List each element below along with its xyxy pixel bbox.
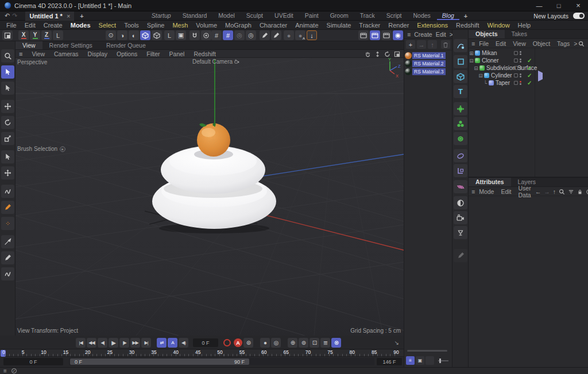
viewport-menu-item[interactable]: Cameras bbox=[49, 50, 83, 57]
enabled-check-icon[interactable]: ✓ bbox=[527, 65, 532, 71]
viewport-canvas[interactable]: Y Z X Perspective Default Camera Brush S… bbox=[16, 58, 404, 336]
tweak-tool[interactable] bbox=[1, 81, 14, 95]
hud-tool-expand-icon[interactable]: ▸ bbox=[60, 146, 65, 152]
layout-panel-button[interactable] bbox=[2, 30, 13, 40]
enabled-check-icon[interactable]: ✓ bbox=[527, 57, 532, 64]
range-total-field[interactable]: 146 F bbox=[377, 358, 402, 365]
rotate-tool[interactable] bbox=[1, 116, 14, 129]
viewport-menu-item[interactable]: Display bbox=[83, 50, 112, 57]
workplane-button[interactable]: ▣ bbox=[176, 30, 186, 40]
axis-lock-button[interactable]: Y bbox=[30, 30, 40, 40]
attr-target-icon[interactable] bbox=[586, 188, 588, 195]
layer-box-icon[interactable] bbox=[514, 59, 518, 63]
menu-item[interactable]: Select bbox=[95, 21, 121, 30]
menu-item[interactable]: Volume bbox=[192, 21, 221, 30]
brush-tool-button[interactable] bbox=[260, 30, 270, 40]
record-keyframe-button[interactable] bbox=[223, 339, 231, 346]
layout-tab[interactable]: Sculpt bbox=[241, 11, 268, 20]
record-channel-toggle[interactable]: ⊗ bbox=[331, 338, 341, 348]
line-pen-tool[interactable] bbox=[1, 251, 14, 264]
render-view-button[interactable] bbox=[358, 30, 369, 40]
object-menu-object[interactable]: Object bbox=[530, 40, 553, 47]
menu-item[interactable]: Edit bbox=[21, 21, 40, 30]
menu-item[interactable]: Create bbox=[40, 21, 67, 30]
transport-button[interactable]: ▶▶ bbox=[130, 338, 140, 348]
spline-smooth-tool[interactable] bbox=[1, 267, 14, 280]
object-menu-file[interactable]: File bbox=[476, 40, 492, 47]
spline-pen-icon[interactable] bbox=[454, 39, 467, 52]
object-tree-row[interactable]: ⊞ Mikan bbox=[469, 49, 588, 57]
model-mode-button[interactable] bbox=[140, 30, 150, 40]
asset-a-button[interactable]: ●A bbox=[295, 30, 305, 40]
material-size-slider[interactable] bbox=[438, 360, 448, 361]
menu-item[interactable]: Window bbox=[483, 21, 513, 30]
quantize-button[interactable]: # bbox=[211, 30, 222, 40]
viewport-menu-icon[interactable]: ≡ bbox=[19, 50, 22, 57]
transport-button[interactable]: ▶ bbox=[109, 338, 118, 348]
loop-playback-button[interactable]: ⇄ bbox=[157, 338, 167, 348]
tab-takes[interactable]: Takes bbox=[505, 30, 534, 38]
enabled-check-icon[interactable]: ✓ bbox=[527, 72, 532, 79]
timeline-resize-icon[interactable]: ↘ bbox=[394, 340, 399, 346]
layer-box-icon[interactable] bbox=[514, 66, 518, 70]
scale-tool[interactable] bbox=[1, 132, 14, 145]
record-channel-toggle[interactable]: ⊚ bbox=[299, 338, 308, 348]
object-tree-row[interactable]: └ Taper ✓ bbox=[469, 79, 588, 87]
viewport-menu-item[interactable]: View bbox=[27, 50, 49, 57]
quantize-settings-button[interactable]: # bbox=[223, 30, 233, 40]
viewport-menu-item[interactable]: Redshift bbox=[189, 50, 220, 57]
attribute-menu-icon[interactable]: ≡ bbox=[471, 188, 475, 195]
asset-sphere-button[interactable]: ● bbox=[284, 30, 294, 40]
live-selection-tool[interactable] bbox=[1, 65, 14, 79]
material-picker-button[interactable]: ↑ bbox=[428, 40, 437, 49]
measure-icon[interactable] bbox=[454, 164, 467, 177]
menu-item[interactable]: Render bbox=[384, 21, 413, 30]
delete-material-button[interactable] bbox=[441, 40, 450, 49]
layout-tab[interactable]: Groom bbox=[325, 11, 354, 20]
dolly-view-icon[interactable] bbox=[374, 50, 381, 57]
attr-search-icon[interactable] bbox=[559, 188, 565, 195]
layout-tab[interactable]: Paint bbox=[300, 11, 324, 20]
object-menu-tags[interactable]: Tags bbox=[554, 40, 572, 47]
object-menu-icon[interactable]: ≡ bbox=[471, 40, 475, 47]
attr-forward-icon[interactable]: → bbox=[544, 188, 550, 195]
cloner-icon[interactable] bbox=[454, 117, 467, 130]
minimize-button[interactable]: — bbox=[529, 0, 549, 11]
material-item[interactable]: RS Material.3 bbox=[405, 68, 452, 75]
viewport-menu-item[interactable]: Panel bbox=[165, 50, 189, 57]
record-channel-toggle[interactable]: ≣ bbox=[320, 338, 330, 348]
render-picture-viewer-button[interactable] bbox=[370, 30, 380, 40]
edges-mode-button[interactable]: ◑ bbox=[117, 30, 127, 40]
axis-lock-button[interactable]: Z bbox=[41, 30, 52, 40]
tab-attributes[interactable]: Attributes bbox=[469, 178, 511, 186]
keyframe-settings-button[interactable]: ⊛ bbox=[243, 338, 253, 348]
document-tab[interactable]: Untitled 1 * × bbox=[25, 11, 74, 21]
layout-tab[interactable]: Model bbox=[213, 11, 240, 20]
attribute-menu-edit[interactable]: Edit bbox=[498, 188, 514, 195]
material-large-view-button[interactable] bbox=[425, 356, 434, 365]
close-button[interactable]: × bbox=[568, 0, 588, 11]
layer-box-icon[interactable] bbox=[514, 73, 518, 77]
menu-item[interactable]: Modes bbox=[67, 21, 95, 30]
layout-tab[interactable]: Blog bbox=[437, 11, 459, 20]
rotate-view-icon[interactable] bbox=[384, 50, 390, 57]
viewport-tab[interactable]: Render Queue bbox=[99, 41, 153, 49]
maximize-button[interactable]: □ bbox=[549, 0, 568, 11]
visibility-dots[interactable] bbox=[520, 51, 521, 55]
material-arrow-button[interactable]: → bbox=[417, 40, 426, 49]
attr-back-icon[interactable]: ← bbox=[535, 188, 541, 195]
field-icon[interactable] bbox=[454, 180, 467, 193]
new-document-button[interactable]: + bbox=[80, 13, 83, 20]
asset-download-button[interactable]: ↓ bbox=[307, 30, 317, 40]
layout-tab[interactable]: Nodes bbox=[408, 11, 435, 20]
points-mode-button[interactable]: ⊙ bbox=[106, 30, 116, 40]
scatter-pen-tool[interactable]: ⁘ bbox=[1, 217, 14, 230]
render-settings-button[interactable] bbox=[381, 30, 392, 40]
undo-icon[interactable]: ↶ bbox=[5, 12, 10, 20]
expander-icon[interactable]: ⊞ bbox=[469, 50, 474, 56]
visibility-dots[interactable] bbox=[520, 73, 521, 77]
menu-item[interactable]: MoGraph bbox=[221, 21, 256, 30]
menu-item[interactable]: Extensions bbox=[413, 21, 452, 30]
symmetry-settings-button[interactable]: ◎ bbox=[246, 30, 256, 40]
scene-3d[interactable]: Y Z X bbox=[16, 58, 404, 336]
